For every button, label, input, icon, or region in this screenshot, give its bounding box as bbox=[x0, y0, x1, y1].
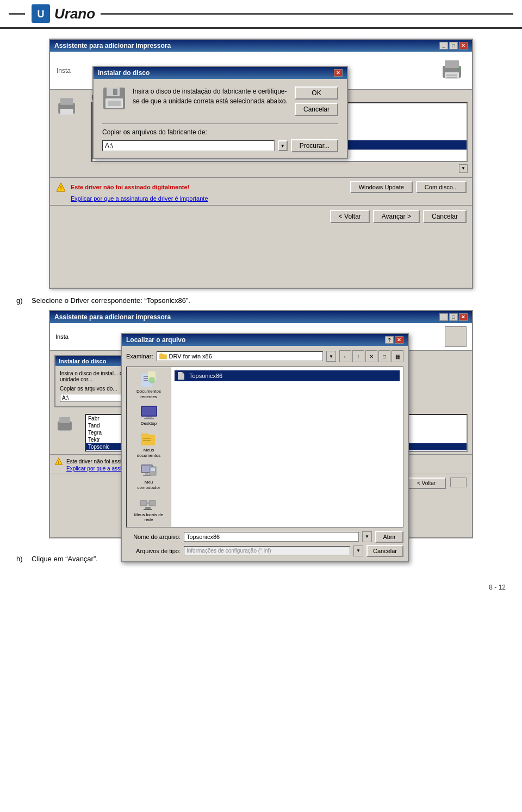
locate-main-area: Documentosrecentes Desktop bbox=[126, 367, 403, 528]
com-disco-btn[interactable]: Com disco... bbox=[416, 181, 467, 193]
scroll-placeholder2 bbox=[450, 478, 467, 487]
toolbar-delete-btn[interactable]: ✕ bbox=[365, 350, 377, 362]
page-header: U Urano bbox=[0, 0, 522, 29]
path-dropdown-btn[interactable]: ▼ bbox=[278, 140, 288, 151]
toolbar-back-btn[interactable]: ← bbox=[339, 350, 351, 362]
locate-toolbar: ← ↑ ✕ □ ▦ bbox=[339, 350, 403, 362]
sidebar-mycomputer[interactable]: Meucomputador bbox=[137, 463, 160, 490]
header-line-right bbox=[101, 13, 513, 15]
open-btn[interactable]: Abrir bbox=[375, 531, 403, 543]
mydocs-label: Meusdocumentos bbox=[137, 448, 161, 458]
svg-rect-9 bbox=[60, 98, 73, 105]
locate-file-dialog: Localizar o arquivo ? ✕ Examinar: bbox=[121, 333, 409, 562]
examine-dropdown-btn[interactable]: ▼ bbox=[326, 351, 336, 362]
cancel-btn-install[interactable]: Cancelar bbox=[295, 103, 338, 116]
sidebar-network[interactable]: Meus locais derede bbox=[134, 496, 163, 523]
wizard-maximize-btn[interactable]: □ bbox=[449, 42, 458, 49]
wizard-minimize-btn[interactable]: _ bbox=[439, 42, 448, 49]
svg-rect-41 bbox=[151, 468, 155, 471]
section-h-letter: h) bbox=[16, 555, 26, 563]
logo-text: Urano bbox=[54, 5, 95, 22]
filetype-dropdown-btn[interactable]: ▼ bbox=[353, 546, 363, 556]
listbox-scroll-btn[interactable]: ▼ bbox=[459, 164, 468, 173]
recent-icon bbox=[139, 371, 158, 388]
locate-sidebar: Documentosrecentes Desktop bbox=[127, 367, 171, 527]
windows-update-btn[interactable]: Windows Update bbox=[350, 181, 413, 193]
wizard-header-text: Insta bbox=[57, 67, 71, 75]
examine-label: Examinar: bbox=[126, 353, 153, 359]
svg-rect-33 bbox=[141, 433, 148, 437]
printer-icon-area bbox=[438, 56, 465, 85]
logo-container: U Urano bbox=[30, 3, 95, 24]
printer-icon-small2 bbox=[54, 414, 75, 435]
printer-icon-side bbox=[54, 94, 87, 173]
filetype-input-value: Informações de configuração (*.inf) bbox=[187, 548, 271, 554]
install-disk-close-btn[interactable]: ✕ bbox=[334, 69, 343, 77]
svg-rect-10 bbox=[60, 109, 73, 115]
file-icon-selected bbox=[177, 372, 186, 380]
next-btn[interactable]: Avançar > bbox=[373, 210, 420, 223]
filetype-label: Arquivos de tipo: bbox=[126, 548, 181, 554]
path-input-container[interactable]: A:\ bbox=[102, 140, 275, 151]
cancel-btn-locate[interactable]: Cancelar bbox=[366, 545, 403, 557]
file-item-name: Topsonicx86 bbox=[189, 373, 222, 379]
network-icon bbox=[139, 496, 158, 511]
wizard2-maximize-btn[interactable]: □ bbox=[449, 313, 458, 321]
printer-icon bbox=[438, 56, 465, 83]
recent-label: Documentosrecentes bbox=[136, 389, 161, 399]
mycomputer-icon bbox=[140, 463, 158, 479]
svg-point-7 bbox=[457, 68, 459, 70]
page-content: Assistente para adicionar impressora _ □… bbox=[0, 29, 522, 578]
svg-rect-25 bbox=[144, 380, 148, 381]
examine-path-container[interactable]: DRV for win x86 bbox=[157, 351, 323, 361]
sidebar-desktop[interactable]: Desktop bbox=[140, 405, 158, 426]
warning-bold-text: Este driver não foi assinado digitalment… bbox=[71, 184, 189, 190]
install-disk-dialog-inner: Instalar do disco ✕ bbox=[92, 66, 348, 159]
filetype-input-container[interactable]: Informações de configuração (*.inf) bbox=[184, 546, 350, 555]
filename-input-value: Topsonicx86 bbox=[187, 534, 220, 540]
back-btn2[interactable]: < Voltar bbox=[407, 478, 446, 489]
locate-bottom-fields: Nome do arquivo: Topsonicx86 ▼ Abrir Arq… bbox=[126, 528, 403, 557]
examine-path-value: DRV for win x86 bbox=[169, 353, 212, 359]
svg-rect-42 bbox=[140, 500, 147, 506]
file-item-selected[interactable]: Topsonicx86 bbox=[175, 370, 400, 381]
wizard2-title-text: Assistente para adicionar impressora bbox=[54, 313, 171, 321]
toolbar-view-btn[interactable]: ▦ bbox=[391, 350, 403, 362]
ok-btn[interactable]: OK bbox=[295, 86, 338, 100]
sidebar-mydocs[interactable]: Meusdocumentos bbox=[137, 431, 161, 458]
page-number: 8 - 12 bbox=[489, 584, 506, 591]
path-row: A:\ ▼ Procurar... bbox=[102, 139, 338, 152]
list-scroll-area: ▼ bbox=[91, 163, 468, 173]
svg-rect-17 bbox=[108, 101, 121, 106]
desktop-icon bbox=[140, 405, 158, 420]
locate-help-btn[interactable]: ? bbox=[385, 336, 394, 344]
filetype-row: Arquivos de tipo: Informações de configu… bbox=[126, 545, 403, 557]
toolbar-up-btn[interactable]: ↑ bbox=[352, 350, 364, 362]
svg-rect-38 bbox=[145, 473, 148, 475]
folder-icon bbox=[159, 353, 167, 359]
floppy-disk-icon bbox=[102, 86, 126, 110]
install-disk-dialog: Instalar do disco ✕ bbox=[92, 66, 348, 159]
back-btn[interactable]: < Voltar bbox=[330, 210, 370, 223]
locate-close-btn[interactable]: ✕ bbox=[395, 336, 403, 344]
sidebar-recent[interactable]: Documentosrecentes bbox=[136, 371, 161, 399]
filename-input-container[interactable]: Topsonicx86 bbox=[184, 532, 359, 542]
filename-dropdown-btn[interactable]: ▼ bbox=[362, 531, 372, 542]
browse-btn[interactable]: Procurar... bbox=[291, 139, 338, 152]
svg-rect-43 bbox=[149, 500, 156, 506]
wizard2-minimize-btn[interactable]: _ bbox=[439, 313, 448, 321]
driver-signature-link[interactable]: Explicar por que a assinatura de driver … bbox=[71, 195, 467, 202]
page-footer: 8 - 12 bbox=[0, 578, 522, 602]
locate-file-area: Topsonicx86 bbox=[171, 367, 403, 527]
cancel-btn-wizard[interactable]: Cancelar bbox=[423, 210, 467, 223]
svg-rect-34 bbox=[143, 438, 151, 439]
copy-from-label: Copiar os arquivos do fabricante de: bbox=[102, 128, 338, 136]
wizard-close-btn[interactable]: ✕ bbox=[459, 42, 468, 49]
warning-row: ! Este driver não foi assinado digitalme… bbox=[55, 181, 467, 193]
wizard2-close-btn[interactable]: ✕ bbox=[459, 313, 468, 321]
toolbar-new-folder-btn[interactable]: □ bbox=[378, 350, 390, 362]
svg-rect-35 bbox=[143, 440, 151, 441]
warning-area: ! Este driver não foi assinado digitalme… bbox=[50, 177, 472, 205]
install-disk-buttons: OK Cancelar bbox=[295, 86, 338, 116]
section-g-text: Selecione o Driver correspondente: “Tops… bbox=[32, 296, 190, 305]
